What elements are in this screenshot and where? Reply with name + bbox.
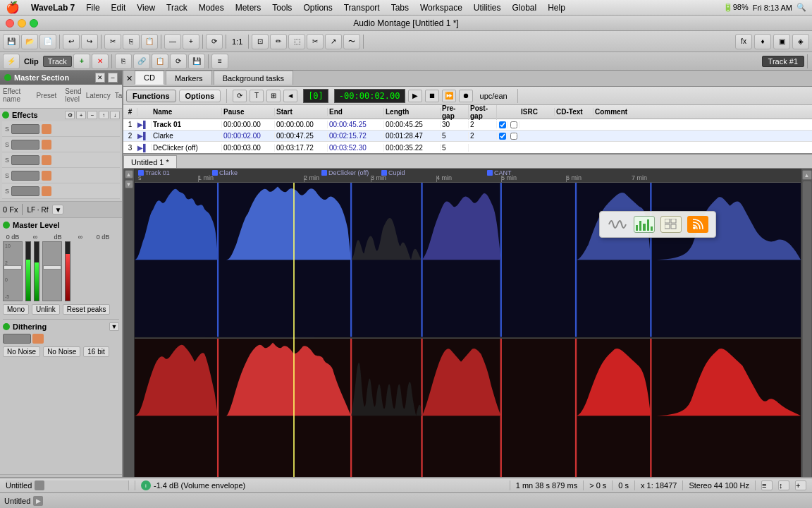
rss-icon[interactable]: [687, 216, 708, 233]
tb2-copy2[interactable]: ⎘: [115, 54, 132, 69]
tb-undo[interactable]: ↩: [63, 34, 80, 49]
effect-box-4[interactable]: [11, 171, 39, 181]
track-button[interactable]: Track: [43, 56, 72, 67]
effect-orange-1[interactable]: [42, 124, 51, 134]
effect-box-2[interactable]: [11, 140, 39, 150]
add-btn[interactable]: +: [795, 480, 806, 490]
bit-button[interactable]: 16 bit: [83, 346, 109, 357]
untitled-tab[interactable]: Untitled 1 *: [123, 155, 177, 168]
effect-orange-3[interactable]: [42, 155, 51, 165]
play-btn[interactable]: ▶: [408, 90, 422, 102]
menu-track[interactable]: Track: [161, 1, 193, 14]
menu-options[interactable]: Options: [297, 1, 338, 14]
record-btn[interactable]: ⏺: [459, 90, 473, 102]
row2-check2[interactable]: [508, 133, 519, 140]
menu-utilities[interactable]: Utilities: [468, 1, 507, 14]
effect-box-3[interactable]: [11, 155, 39, 165]
no-noise-1-button[interactable]: No Noise: [3, 346, 40, 357]
tb-new[interactable]: 📄: [39, 34, 56, 49]
no-noise-2-button[interactable]: No Noise: [43, 346, 80, 357]
scroll-down-btn[interactable]: ▼: [125, 180, 133, 188]
menu-tools[interactable]: Tools: [266, 1, 297, 14]
options-button[interactable]: Options: [179, 90, 221, 102]
search-icon[interactable]: 🔍: [796, 3, 806, 12]
effect-orange-2[interactable]: [42, 140, 51, 150]
effect-orange-5[interactable]: [42, 186, 51, 196]
tb-fx1[interactable]: fx: [735, 34, 752, 49]
tb2-link[interactable]: 🔗: [133, 54, 150, 69]
tb2-refresh2[interactable]: ⟳: [170, 54, 187, 69]
tb-paste[interactable]: 📋: [141, 34, 158, 49]
tb-scissors[interactable]: ✂: [307, 34, 324, 49]
tb-open[interactable]: 📂: [21, 34, 38, 49]
row1-check2[interactable]: [508, 121, 519, 128]
dithering-orange[interactable]: [32, 334, 44, 344]
tb2-close[interactable]: ✕: [92, 54, 109, 69]
tb-pencil[interactable]: ✏: [270, 34, 287, 49]
master-close-btn[interactable]: ✕: [95, 73, 105, 83]
tb-arrow[interactable]: ↗: [325, 34, 342, 49]
menu-wavelab[interactable]: WaveLab 7: [25, 1, 80, 14]
scroll-up-btn[interactable]: ▲: [125, 170, 133, 179]
tb-save[interactable]: 💾: [3, 34, 20, 49]
master-minimize-btn[interactable]: –: [108, 73, 118, 83]
stop-btn[interactable]: ⏹: [425, 90, 439, 102]
menu-edit[interactable]: Edit: [106, 1, 132, 14]
func-btn-2[interactable]: T: [250, 90, 264, 102]
menu-file[interactable]: File: [80, 1, 105, 14]
tb-redo[interactable]: ↪: [81, 34, 98, 49]
menu-help[interactable]: Help: [542, 1, 571, 14]
effect-box-5[interactable]: [11, 186, 39, 196]
func-btn-4[interactable]: ◄: [283, 90, 297, 102]
tab-cd[interactable]: CD: [135, 71, 164, 85]
tb2-func[interactable]: ⚡: [3, 54, 20, 69]
track-row-2[interactable]: 2 ▶▌ Clarke 00:00:02.00 00:00:47.25 00:0…: [123, 131, 812, 142]
func-btn-1[interactable]: ⟳: [233, 90, 247, 102]
row2-check1[interactable]: [497, 133, 508, 140]
track-row-3[interactable]: 3 ▶▌ DeClicker (off) 00:00:03.00 00:03:1…: [123, 142, 812, 153]
tb2-add[interactable]: +: [73, 54, 90, 69]
effect-box-1[interactable]: [11, 124, 39, 134]
row1-check1[interactable]: [497, 121, 508, 128]
tb-plus[interactable]: +: [183, 34, 199, 49]
filename-btn[interactable]: [35, 480, 44, 490]
tb-copy[interactable]: ⎘: [123, 34, 140, 49]
mono-button[interactable]: Mono: [3, 304, 29, 315]
dithering-box[interactable]: [3, 334, 31, 344]
fx-expand-btn[interactable]: ▼: [52, 205, 63, 214]
menu-meters[interactable]: Meters: [230, 1, 267, 14]
fader-1[interactable]: 10 2 0 -5: [3, 241, 23, 301]
tb-refresh[interactable]: ⟳: [206, 34, 223, 49]
apple-menu[interactable]: 🍎: [6, 1, 20, 14]
tb-zoom-fit[interactable]: ⊡: [252, 34, 269, 49]
scroll-thumb-right[interactable]: [803, 181, 811, 480]
tb2-list[interactable]: ≡: [211, 54, 228, 69]
effects-add-btn[interactable]: +: [76, 111, 86, 119]
close-button[interactable]: [6, 19, 14, 28]
effects-settings-btn[interactable]: ⚙: [65, 111, 75, 119]
tb2-save2[interactable]: 💾: [188, 54, 205, 69]
tab-background[interactable]: Background tasks: [214, 71, 293, 85]
dithering-expand[interactable]: ▼: [109, 322, 119, 331]
eq-btn[interactable]: ≡: [761, 480, 773, 490]
functions-button[interactable]: Functions: [126, 90, 176, 102]
effects-minus-btn[interactable]: −: [87, 111, 97, 119]
meter-btn[interactable]: ↕: [778, 480, 789, 490]
effects-up-btn[interactable]: ↑: [99, 111, 109, 119]
func-btn-3[interactable]: ⊞: [266, 90, 281, 102]
menu-transport[interactable]: Transport: [338, 1, 386, 14]
menu-workspace[interactable]: Workspace: [414, 1, 468, 14]
tb-fx2[interactable]: ♦: [754, 34, 771, 49]
grid-icon[interactable]: [660, 216, 682, 233]
minimize-button[interactable]: [18, 19, 26, 28]
menu-view[interactable]: View: [131, 1, 161, 14]
menu-tabs[interactable]: Tabs: [386, 1, 414, 14]
tab-markers[interactable]: Markers: [166, 71, 212, 85]
tb-waveform[interactable]: 〜: [343, 34, 360, 49]
chart-icon[interactable]: [634, 216, 655, 233]
menu-modes[interactable]: Modes: [193, 1, 230, 14]
close-panel-btn[interactable]: ✕: [123, 71, 135, 86]
tb-select[interactable]: ⬚: [288, 34, 305, 49]
effect-orange-4[interactable]: [42, 171, 51, 181]
fader-2[interactable]: [42, 241, 62, 301]
